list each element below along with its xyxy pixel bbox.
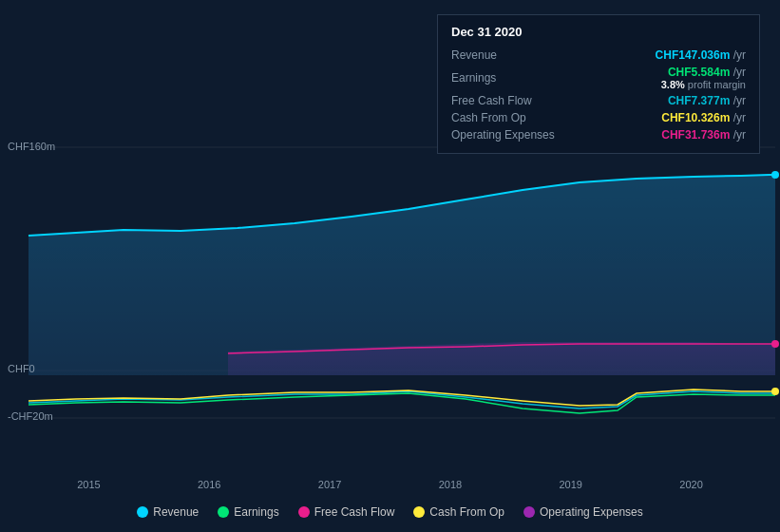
earnings-value: CHF5.584m /yr — [661, 66, 746, 79]
cashfromop-row: Cash From Op CHF10.326m /yr — [451, 109, 746, 126]
opexp-row: Operating Expenses CHF31.736m /yr — [451, 126, 746, 143]
info-tooltip: Dec 31 2020 Revenue CHF147.036m /yr Earn… — [437, 14, 760, 154]
y-label-zero: CHF0 — [8, 363, 35, 374]
legend-fcf-label: Free Cash Flow — [314, 505, 395, 519]
revenue-row: Revenue CHF147.036m /yr — [451, 47, 746, 64]
profit-margin: 3.8% profit margin — [661, 79, 746, 90]
fcf-value: CHF7.377m /yr — [668, 94, 746, 107]
legend-cashfromop[interactable]: Cash From Op — [413, 505, 504, 519]
legend-opexp-dot — [523, 506, 535, 518]
svg-point-4 — [771, 171, 779, 179]
legend-earnings[interactable]: Earnings — [218, 505, 278, 519]
revenue-value: CHF147.036m /yr — [656, 48, 746, 62]
y-label-top: CHF160m — [8, 141, 55, 152]
legend-cashfromop-dot — [413, 506, 425, 518]
legend-opexp[interactable]: Operating Expenses — [523, 505, 643, 519]
cashfromop-value: CHF10.326m /yr — [661, 111, 746, 124]
opexp-value: CHF31.736m /yr — [661, 128, 746, 142]
x-label-2019: 2019 — [559, 479, 581, 490]
legend-fcf-dot — [298, 506, 310, 518]
tooltip-date: Dec 31 2020 — [451, 25, 746, 39]
fcf-row: Free Cash Flow CHF7.377m /yr — [451, 92, 746, 109]
legend-opexp-label: Operating Expenses — [540, 505, 643, 519]
y-label-neg: -CHF20m — [8, 410, 53, 422]
earnings-row: Earnings CHF5.584m /yr 3.8% profit margi… — [451, 64, 746, 92]
x-label-2020: 2020 — [679, 479, 702, 490]
legend-earnings-label: Earnings — [234, 505, 278, 519]
x-label-2018: 2018 — [439, 479, 462, 490]
legend-revenue-dot — [137, 506, 148, 518]
revenue-label: Revenue — [451, 48, 497, 62]
x-label-2015: 2015 — [77, 479, 100, 490]
earnings-label: Earnings — [451, 71, 496, 85]
svg-point-6 — [771, 388, 779, 395]
legend-revenue[interactable]: Revenue — [137, 505, 199, 519]
x-axis: 2015 2016 2017 2018 2019 2020 — [0, 479, 780, 490]
legend-fcf[interactable]: Free Cash Flow — [298, 505, 395, 519]
opexp-label: Operating Expenses — [451, 128, 555, 142]
legend-revenue-label: Revenue — [153, 505, 199, 519]
legend-cashfromop-label: Cash From Op — [429, 505, 504, 519]
chart-legend: Revenue Earnings Free Cash Flow Cash Fro… — [0, 505, 780, 519]
x-label-2017: 2017 — [318, 479, 341, 490]
x-label-2016: 2016 — [198, 479, 220, 490]
cashfromop-label: Cash From Op — [451, 111, 526, 124]
svg-point-5 — [771, 340, 779, 348]
legend-earnings-dot — [218, 506, 229, 518]
fcf-label: Free Cash Flow — [451, 94, 532, 107]
